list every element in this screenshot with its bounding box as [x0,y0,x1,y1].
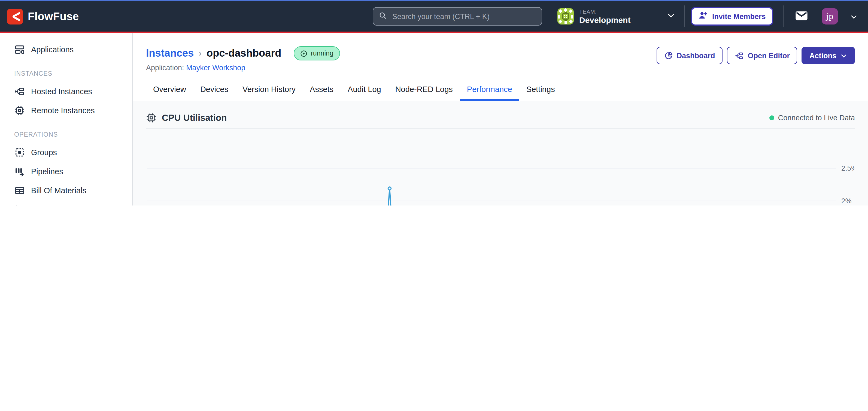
tab-assets[interactable]: Assets [303,79,341,101]
application-label: Application: [146,64,184,72]
brand[interactable]: FlowFuse [0,8,133,24]
cpu-chip-icon [146,112,156,123]
applications-icon [14,44,25,55]
nav-divider-3 [817,5,817,27]
node-red-flow-icon [735,51,744,60]
nav-divider [684,5,685,27]
y-axis-label: 2% [841,197,851,205]
groups-icon [14,147,25,158]
tab-version-history[interactable]: Version History [236,79,303,101]
hosted-icon [14,86,25,97]
section-header: CPU Utilisation Connected to Live Data [146,107,855,129]
dashboard-button[interactable]: Dashboard [656,47,722,64]
team-label: TEAM: [579,8,630,14]
sidebar-item-remote-instances[interactable]: Remote Instances [0,101,132,120]
flowfuse-logo-icon [7,8,23,24]
open-editor-button[interactable]: Open Editor [727,47,798,64]
pipelines-icon [14,166,25,177]
tab-overview[interactable]: Overview [146,79,193,101]
section-title: CPU Utilisation [146,112,227,123]
header-buttons: Dashboard Open Editor Actions [656,47,855,64]
page-title: opc-dashboard [207,47,281,59]
team-chevron-down-icon [667,11,675,22]
status-label: running [311,49,333,57]
cpu-utilisation-chart: 2.5%2%1.5%1%0.5%0%11:50:1111:51:0111:51:… [146,129,855,205]
sidebar-item-brokers[interactable]: Brokers [0,200,132,205]
main-content: Instances › opc-dashboard running Applic… [133,33,868,205]
team-avatar [557,8,574,25]
sidebar-item-label: Hosted Instances [31,87,92,96]
breadcrumb: Instances › opc-dashboard running [146,46,340,61]
live-status-dot-icon [769,115,774,120]
open-editor-label: Open Editor [748,52,790,60]
play-circle-icon [300,50,307,57]
sidebar-item-bill-of-materials[interactable]: Bill Of Materials [0,181,132,200]
sidebar-item-applications[interactable]: Applications [0,40,132,59]
sidebar-item-pipelines[interactable]: Pipelines [0,162,132,181]
y-axis-label: 2.5% [841,164,855,172]
actions-button[interactable]: Actions [802,47,855,64]
user-avatar[interactable]: jp [822,8,838,25]
sidebar-section-header: INSTANCES [0,70,132,77]
breadcrumb-instances-link[interactable]: Instances [146,47,194,59]
search-icon [379,11,387,22]
sidebar-item-label: Applications [31,45,73,54]
section-title-label: CPU Utilisation [162,112,227,123]
live-status-label: Connected to Live Data [778,113,855,122]
invite-members-button[interactable]: Invite Members [691,7,773,26]
user-initials: jp [826,12,834,21]
invite-members-label: Invite Members [712,12,766,21]
application-row: Application: Mayker Workshop [146,64,245,72]
chip-icon [14,105,25,116]
brand-name: FlowFuse [28,10,79,23]
sidebar-item-hosted-instances[interactable]: Hosted Instances [0,82,132,101]
tab-node-red-logs[interactable]: Node-RED Logs [388,79,460,101]
sidebar-item-label: Remote Instances [31,106,95,114]
sidebar-section-header: OPERATIONS [0,131,132,138]
bom-icon [14,185,25,196]
status-badge: running [294,46,340,61]
team-selector[interactable]: TEAM: Development [557,5,678,27]
tab-audit-log[interactable]: Audit Log [341,79,388,101]
sidebar-item-label: Groups [31,148,57,157]
instance-tabs: OverviewDevicesVersion HistoryAssetsAudi… [146,79,562,101]
sidebar-item-label: Pipelines [31,167,63,176]
dashboard-label: Dashboard [677,52,715,60]
sidebar-item-label: Brokers [31,205,58,205]
tab-settings[interactable]: Settings [519,79,562,101]
team-name: Development [579,15,630,24]
actions-chevron-down-icon [840,52,847,59]
sidebar: ApplicationsINSTANCESHosted InstancesRem… [0,33,133,205]
user-menu-chevron-down-icon[interactable] [850,13,858,23]
sidebar-item-groups[interactable]: Groups [0,143,132,162]
top-navbar: FlowFuse TEAM: Development [0,1,868,32]
tab-performance[interactable]: Performance [460,79,519,101]
application-link[interactable]: Mayker Workshop [186,64,245,72]
pie-chart-icon [664,51,673,60]
brokers-icon [14,204,25,205]
search-input[interactable] [391,12,536,21]
flowfuse-app: FlowFuse TEAM: Development [0,0,868,205]
team-search[interactable] [373,7,542,26]
tab-devices[interactable]: Devices [193,79,236,101]
breadcrumb-separator: › [198,48,202,58]
actions-label: Actions [809,52,836,60]
live-data-status: Connected to Live Data [769,113,855,122]
page-header: Instances › opc-dashboard running Applic… [133,33,868,101]
nav-divider-2 [783,5,783,27]
user-plus-icon [699,11,708,22]
performance-section: CPU Utilisation Connected to Live Data 2… [133,101,868,205]
sidebar-item-label: Bill Of Materials [31,186,86,195]
notifications-mail-icon[interactable] [795,9,809,25]
